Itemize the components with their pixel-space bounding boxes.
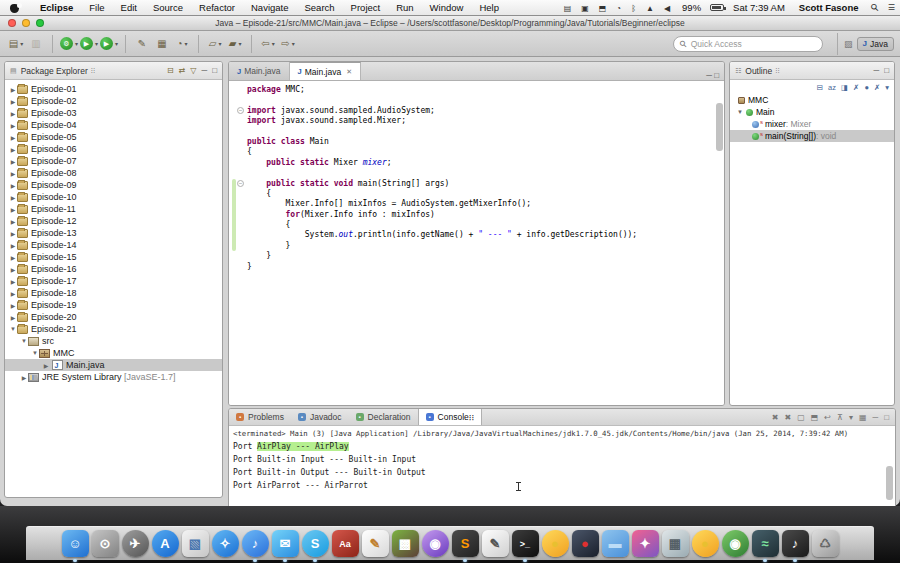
collapse-all-icon[interactable]: ⊟ [167,66,174,75]
minimize-icon[interactable]: ─ [873,66,879,75]
disclosure-right-icon[interactable]: ▶ [9,278,17,285]
hide-fields-icon[interactable]: ◨ [841,83,848,92]
console-scrollbar[interactable] [886,466,893,500]
document-icon[interactable]: ▤ [559,4,577,13]
dock-icon-sublime-text[interactable]: S [452,530,479,557]
disclosure-right-icon[interactable]: ▶ [9,290,17,297]
link-with-editor-icon[interactable]: ⇄ [179,66,186,75]
apple-menu-icon[interactable] [10,3,20,13]
menu-edit[interactable]: Edit [113,2,145,13]
code-line-8[interactable]: public static Mixer mixer; [247,158,714,168]
dock-icon-safari[interactable]: ✧ [212,530,239,557]
tree-item-episode-09[interactable]: ▶Episode-09 [5,179,222,191]
console-output-area[interactable]: <terminated> Main (3) [Java Application]… [229,426,895,511]
code-line-14[interactable]: { [247,220,714,230]
code-line-17[interactable]: } [247,251,714,261]
disclosure-right-icon[interactable]: ▶ [9,194,17,201]
maximize-icon[interactable]: □ [714,71,719,80]
dock-icon-minecraft[interactable]: ▩ [392,530,419,557]
outline-item-main[interactable]: ▼Main [730,106,894,118]
tree-item-jre-system-library[interactable]: ▶JRE System Library [JavaSE-1.7] [5,371,222,383]
code-line-3[interactable]: import javax.sound.sampled.AudioSystem; [247,106,714,116]
debug-button[interactable]: ⚙▾ [60,35,78,53]
fold-collapse-icon[interactable]: – [237,180,244,187]
quick-access-box[interactable]: ⚲ Quick Access [673,36,823,52]
dock-icon-yellow-duck-app[interactable]: ● [692,530,719,557]
disclosure-right-icon[interactable]: ▶ [9,230,17,237]
code-line-5[interactable] [247,127,714,137]
disclosure-right-icon[interactable]: ▶ [9,158,17,165]
tree-item-episode-03[interactable]: ▶Episode-03 [5,107,222,119]
notification-center-icon[interactable]: ☰ [883,3,900,12]
tree-item-episode-06[interactable]: ▶Episode-06 [5,143,222,155]
wifi-icon[interactable]: ▲ [641,4,659,13]
back-button[interactable]: ⇦▾ [259,35,277,53]
dock-icon-dictionary[interactable]: Aa [332,530,359,557]
maximize-icon[interactable]: □ [884,66,889,75]
disclosure-right-icon[interactable]: ▶ [9,218,17,225]
dock-icon-cyberduck[interactable]: ● [542,530,569,557]
code-line-1[interactable]: package MMC; [247,85,714,95]
code-line-12[interactable]: Mixer.Info[] mixInfos = AudioSystem.getM… [247,199,714,209]
dropdown-caret-icon[interactable]: ▾ [115,40,118,47]
tree-item-main-java[interactable]: ▶Main.java [5,359,222,371]
minimize-icon[interactable]: ─ [872,413,878,422]
dock-icon-documents-folder[interactable]: ▬ [602,530,629,557]
tree-item-episode-17[interactable]: ▶Episode-17 [5,275,222,287]
tree-item-mmc[interactable]: ▼MMC [5,347,222,359]
lock-icon[interactable]: ⬒ [594,4,612,13]
open-console-icon[interactable]: ▦ [859,413,867,422]
disclosure-right-icon[interactable]: ▶ [9,242,17,249]
tree-item-episode-07[interactable]: ▶Episode-07 [5,155,222,167]
new-wizard-button[interactable]: ▤▾ [7,35,25,53]
disclosure-right-icon[interactable]: ▶ [9,98,17,105]
disclosure-down-icon[interactable]: ▼ [31,350,39,356]
java-perspective-button[interactable]: J Java [857,37,894,51]
time-machine-icon[interactable]: ◔ [611,4,626,13]
dock-icon-textedit[interactable]: ✎ [482,530,509,557]
dock-icon-skype[interactable]: S [302,530,329,557]
package-explorer-header[interactable]: ▤ Package Explorer ⁝⁝ ⊟⇄▽─□ [5,62,222,80]
fold-collapse-icon[interactable]: – [237,107,244,114]
maximize-icon[interactable]: □ [884,413,889,422]
dock-icon-airparrot[interactable]: ◉ [722,530,749,557]
remove-all-terminated-icon[interactable]: ✖ [785,413,792,422]
dock-icon-launchpad[interactable]: ✈ [122,530,149,557]
tree-item-episode-13[interactable]: ▶Episode-13 [5,227,222,239]
menu-source[interactable]: Source [145,2,191,13]
dock-icon-gray-orb-app[interactable]: ⊙ [92,530,119,557]
dock-icon-finder[interactable]: ☺ [62,530,89,557]
outline-item-mmc[interactable]: MMC [730,94,894,106]
run-external-tools-button[interactable]: ▶▾ [100,35,118,53]
forward-button[interactable]: ⇨▾ [279,35,297,53]
open-perspective-icon[interactable]: ▨ [844,39,853,49]
scroll-lock-icon[interactable]: ⬒ [811,413,819,422]
disclosure-right-icon[interactable]: ▶ [9,134,17,141]
dock-icon-image-document-app[interactable]: ✎ [362,530,389,557]
menu-run[interactable]: Run [388,2,421,13]
editor-tab-0[interactable]: JMain.java [229,62,290,80]
dock-icon-purple-orb-app[interactable]: ◉ [422,530,449,557]
disclosure-down-icon[interactable]: ▼ [20,338,28,344]
bluetooth-icon[interactable]: ᛒ [626,4,641,13]
code-line-11[interactable]: { [247,189,714,199]
dock-icon-messages[interactable]: ✉ [272,530,299,557]
tree-item-episode-19[interactable]: ▶Episode-19 [5,299,222,311]
display-icon[interactable]: ▣ [576,4,594,13]
close-tab-icon[interactable]: ✕ [346,68,352,76]
spotlight-icon[interactable]: ⚲ [864,0,884,18]
tree-item-episode-16[interactable]: ▶Episode-16 [5,263,222,275]
terminate-icon[interactable]: ✖ [772,413,779,422]
disclosure-right-icon[interactable]: ▶ [9,302,17,309]
tree-item-episode-18[interactable]: ▶Episode-18 [5,287,222,299]
disclosure-down-icon[interactable]: ▼ [9,326,17,332]
hide-static-members-icon[interactable]: ✗ [853,83,859,92]
code-editor[interactable]: –– package MMC;import javax.sound.sample… [229,81,724,405]
code-line-13[interactable]: for(Mixer.Info info : mixInfos) [247,210,714,220]
menu-refactor[interactable]: Refactor [191,2,243,13]
disclosure-right-icon[interactable]: ▶ [9,122,17,129]
outline-header[interactable]: ☷ Outline ⁝⁝ ─ □ [730,62,894,80]
code-line-15[interactable]: System.out.println(info.getName() + " --… [247,230,714,240]
tree-item-episode-15[interactable]: ▶Episode-15 [5,251,222,263]
dock-icon-preview[interactable]: ▧ [182,530,209,557]
